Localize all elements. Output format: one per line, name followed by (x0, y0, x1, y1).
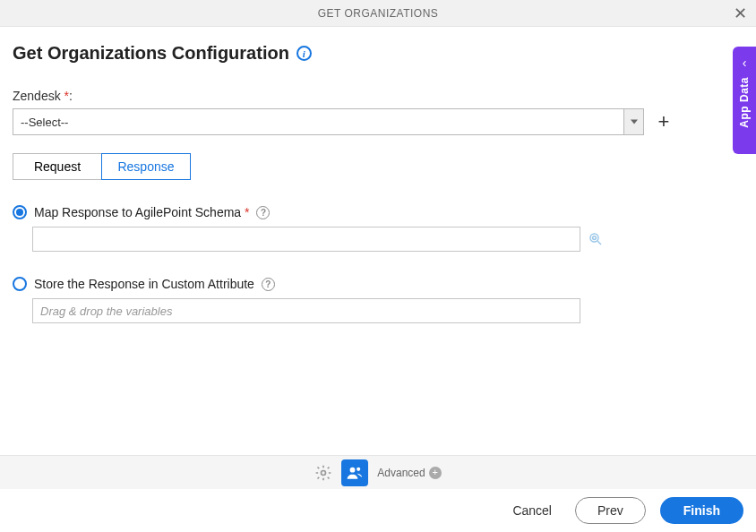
app-data-label: App Data (738, 77, 751, 128)
svg-point-0 (590, 234, 598, 242)
app-data-tab[interactable]: ‹ App Data (733, 47, 756, 154)
zendesk-label: Zendesk *: (13, 89, 743, 103)
store-response-label: Store the Response in Custom Attribute (34, 277, 254, 291)
zendesk-select[interactable]: --Select-- (13, 108, 644, 135)
tabs: Request Response (13, 153, 743, 180)
svg-point-5 (357, 467, 360, 470)
gear-icon[interactable] (314, 464, 332, 482)
radio-store-response[interactable] (13, 277, 27, 291)
people-button[interactable] (341, 459, 368, 486)
cancel-button[interactable]: Cancel (503, 498, 561, 523)
schema-browse-icon[interactable] (588, 231, 604, 247)
plus-circle-icon: + (429, 467, 442, 479)
info-icon[interactable]: i (296, 46, 312, 61)
radio-map-response[interactable] (13, 205, 27, 219)
footer: Cancel Prev Finish (0, 489, 756, 532)
chevron-down-icon[interactable] (623, 109, 643, 134)
chevron-left-icon: ‹ (743, 56, 747, 70)
svg-point-1 (593, 236, 597, 240)
zendesk-select-value: --Select-- (13, 109, 623, 134)
bottom-toolbar: Advanced + (0, 455, 756, 489)
tab-response[interactable]: Response (101, 153, 191, 180)
required-asterisk: * (245, 205, 249, 219)
finish-button[interactable]: Finish (660, 497, 743, 524)
store-response-input[interactable] (32, 298, 580, 323)
map-response-label: Map Response to AgilePoint Schema * (34, 205, 249, 219)
svg-point-3 (322, 470, 326, 475)
add-zendesk-button[interactable]: + (653, 111, 674, 133)
titlebar-title: GET ORGANIZATIONS (318, 7, 439, 20)
close-icon[interactable]: ✕ (734, 5, 747, 21)
svg-line-2 (597, 241, 601, 245)
help-icon[interactable]: ? (256, 206, 270, 219)
help-icon[interactable]: ? (262, 278, 275, 291)
prev-button[interactable]: Prev (575, 497, 646, 524)
map-response-input[interactable] (32, 227, 580, 252)
advanced-toggle[interactable]: Advanced + (377, 467, 441, 479)
tab-request[interactable]: Request (13, 153, 102, 180)
svg-point-4 (350, 467, 356, 472)
page-title: Get Organizations Configuration (13, 43, 289, 64)
titlebar: GET ORGANIZATIONS ✕ (0, 0, 756, 27)
